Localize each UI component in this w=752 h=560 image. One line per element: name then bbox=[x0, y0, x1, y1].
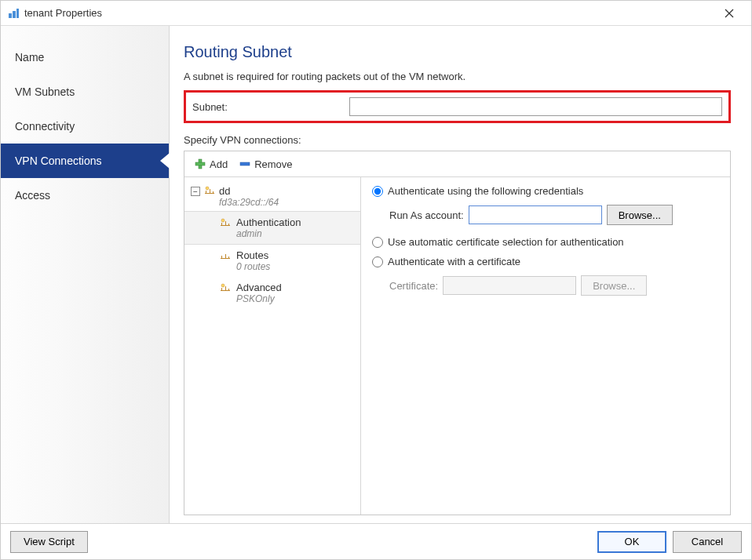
tree-item-advanced[interactable]: Advanced PSKOnly bbox=[184, 277, 360, 309]
svg-point-12 bbox=[206, 187, 209, 190]
radio-credentials[interactable] bbox=[372, 186, 383, 197]
sidebar-item-vpn-connections[interactable]: VPN Connections bbox=[1, 144, 169, 178]
svg-point-17 bbox=[221, 219, 225, 222]
close-button[interactable] bbox=[714, 2, 745, 24]
tree-item-routes[interactable]: Routes 0 routes bbox=[184, 245, 360, 277]
auth-option-credentials[interactable]: Authenticate using the following credent… bbox=[372, 185, 719, 197]
network-icon bbox=[219, 217, 232, 230]
subnet-input[interactable] bbox=[349, 97, 722, 116]
routes-icon bbox=[219, 250, 232, 263]
tree-item-label: Authentication bbox=[236, 216, 301, 228]
tree-item-subtitle: PSKOnly bbox=[236, 293, 282, 304]
svg-point-26 bbox=[221, 284, 225, 287]
tree-item-authentication[interactable]: Authentication admin bbox=[184, 211, 360, 245]
svg-rect-21 bbox=[228, 256, 229, 258]
svg-rect-1 bbox=[13, 11, 16, 18]
svg-rect-22 bbox=[221, 290, 230, 291]
remove-button[interactable]: Remove bbox=[235, 156, 295, 172]
remove-icon bbox=[239, 158, 251, 170]
content-panel: Routing Subnet A subnet is required for … bbox=[170, 26, 751, 523]
svg-rect-13 bbox=[221, 225, 230, 226]
svg-rect-24 bbox=[225, 286, 226, 290]
sidebar-item-access[interactable]: Access bbox=[1, 178, 169, 213]
svg-rect-6 bbox=[195, 162, 205, 165]
sidebar: Name VM Subnets Connectivity VPN Connect… bbox=[1, 26, 170, 523]
sidebar-item-label: VM Subnets bbox=[15, 85, 75, 98]
add-button[interactable]: Add bbox=[191, 156, 231, 172]
runas-label: Run As account: bbox=[389, 209, 464, 221]
radio-auto-cert-label: Use automatic certificate selection for … bbox=[388, 236, 624, 248]
runas-row: Run As account: Browse... bbox=[389, 205, 719, 225]
main-area: Name VM Subnets Connectivity VPN Connect… bbox=[1, 26, 751, 523]
sidebar-item-label: Connectivity bbox=[15, 120, 75, 133]
certificate-input bbox=[443, 276, 576, 295]
tree-root-subtitle: fd3a:29cd::/64 bbox=[219, 197, 279, 208]
specify-vpn-label: Specify VPN connections: bbox=[184, 134, 731, 146]
radio-cert[interactable] bbox=[372, 256, 383, 267]
vpn-body: − dd fd3a:29cd::/64 bbox=[184, 177, 730, 515]
svg-rect-8 bbox=[205, 193, 214, 194]
subnet-label: Subnet: bbox=[192, 101, 349, 113]
sidebar-item-label: Name bbox=[15, 51, 44, 64]
tree-item-label: Advanced bbox=[236, 282, 282, 293]
svg-rect-14 bbox=[221, 223, 222, 225]
tree-item-label: Routes bbox=[236, 249, 270, 261]
vpn-connections-box: Add Remove − bbox=[184, 151, 731, 515]
svg-rect-0 bbox=[9, 13, 12, 18]
certificate-row: Certificate: Browse... bbox=[389, 275, 719, 296]
tree-root-node[interactable]: − dd fd3a:29cd::/64 bbox=[184, 182, 360, 211]
sidebar-item-vm-subnets[interactable]: VM Subnets bbox=[1, 75, 169, 109]
dialog-footer: View Script OK Cancel bbox=[1, 523, 751, 559]
sidebar-item-label: VPN Connections bbox=[15, 155, 102, 167]
tree-root-name: dd bbox=[219, 185, 279, 197]
page-subtext: A subnet is required for routing packets… bbox=[184, 71, 731, 82]
authentication-detail-panel: Authenticate using the following credent… bbox=[361, 177, 730, 515]
titlebar: tenant Properties bbox=[1, 1, 751, 26]
svg-rect-25 bbox=[228, 289, 229, 290]
auth-option-cert[interactable]: Authenticate with a certificate bbox=[372, 256, 719, 267]
app-icon bbox=[7, 7, 20, 20]
sidebar-item-name[interactable]: Name bbox=[1, 40, 169, 75]
ok-button[interactable]: OK bbox=[597, 531, 666, 553]
svg-rect-20 bbox=[225, 254, 226, 258]
svg-rect-15 bbox=[225, 221, 226, 225]
vpn-toolbar: Add Remove bbox=[184, 151, 730, 177]
sidebar-item-connectivity[interactable]: Connectivity bbox=[1, 109, 169, 144]
tree-item-subtitle: 0 routes bbox=[236, 261, 270, 272]
svg-rect-19 bbox=[221, 256, 222, 258]
runas-input[interactable] bbox=[469, 205, 602, 224]
svg-rect-9 bbox=[206, 191, 206, 193]
browse-certificate-button: Browse... bbox=[581, 275, 647, 296]
window-title: tenant Properties bbox=[24, 7, 714, 19]
cancel-button[interactable]: Cancel bbox=[673, 531, 742, 553]
browse-runas-button[interactable]: Browse... bbox=[607, 205, 673, 225]
sidebar-item-label: Access bbox=[15, 189, 50, 202]
svg-rect-16 bbox=[228, 224, 229, 225]
svg-rect-10 bbox=[210, 189, 210, 193]
page-heading: Routing Subnet bbox=[184, 43, 731, 61]
svg-rect-7 bbox=[240, 162, 250, 165]
network-icon bbox=[203, 185, 216, 198]
remove-label: Remove bbox=[254, 158, 292, 170]
view-script-button[interactable]: View Script bbox=[10, 531, 88, 553]
svg-rect-11 bbox=[213, 191, 214, 193]
auth-option-auto-cert[interactable]: Use automatic certificate selection for … bbox=[372, 236, 719, 248]
add-label: Add bbox=[210, 158, 228, 170]
tree-collapse-icon[interactable]: − bbox=[191, 187, 200, 196]
vpn-tree: − dd fd3a:29cd::/64 bbox=[184, 177, 361, 515]
network-icon bbox=[219, 282, 232, 295]
subnet-field-highlight: Subnet: bbox=[184, 90, 731, 123]
radio-credentials-label: Authenticate using the following credent… bbox=[388, 185, 583, 197]
certificate-label: Certificate: bbox=[389, 280, 438, 292]
radio-auto-cert[interactable] bbox=[372, 237, 383, 248]
svg-rect-2 bbox=[16, 9, 19, 18]
radio-cert-label: Authenticate with a certificate bbox=[388, 256, 520, 267]
svg-rect-18 bbox=[221, 258, 230, 259]
add-icon bbox=[194, 158, 206, 170]
svg-rect-23 bbox=[221, 288, 222, 290]
tree-item-subtitle: admin bbox=[236, 228, 301, 239]
